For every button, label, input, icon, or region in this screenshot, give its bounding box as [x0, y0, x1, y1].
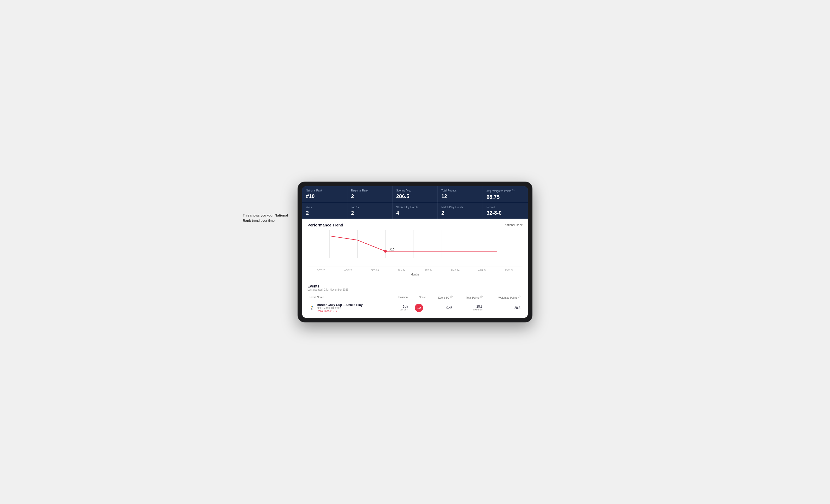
stat-wins-label: Wins: [306, 206, 344, 209]
stat-avg-weighted-points: Avg. Weighted Points ⓘ 68.75: [483, 186, 528, 202]
stat-stroke-play-value: 4: [396, 210, 434, 216]
events-title: Events: [308, 284, 522, 288]
stat-top3s: Top 3s 2: [347, 203, 392, 219]
chart-x-label-apr24: APR 24: [469, 269, 496, 272]
event-score-cell: -22: [410, 301, 428, 314]
chart-x-label-oct23: OCT 23: [308, 269, 334, 272]
events-table-header: Event Name Position Score Event SG ⓘ Tot…: [308, 294, 522, 301]
event-position-sub: out of 7: [392, 308, 408, 311]
event-total-points-value: 28.3: [457, 305, 483, 308]
rank-impact-chevron: ▼: [335, 310, 338, 312]
event-sg-cell: 0.45: [428, 301, 455, 314]
event-rank-impact: Rank Impact: 3 ▼: [317, 310, 362, 312]
stat-total-rounds-label: Total Rounds: [441, 189, 479, 192]
event-date: Oct 9 – Oct 10, 2023: [317, 307, 362, 310]
stat-avg-weighted-points-label: Avg. Weighted Points ⓘ: [486, 189, 524, 193]
score-badge: -22: [415, 304, 423, 312]
stats-row-1: National Rank #10 Regional Rank 2 Scorin…: [302, 186, 528, 202]
chart-x-label-mar24: MAR 24: [442, 269, 469, 272]
stat-match-play: Match Play Events 2: [438, 203, 483, 219]
performance-trend-header: Performance Trend National Rank: [308, 223, 522, 227]
stat-record: Record 32-8-0: [483, 203, 528, 219]
event-sg-info-icon: ⓘ: [450, 296, 453, 298]
col-event-sg: Event SG ⓘ: [428, 294, 455, 301]
chart-svg: #10: [308, 230, 522, 267]
stat-match-play-label: Match Play Events: [441, 206, 479, 209]
stat-record-value: 32-8-0: [486, 210, 524, 216]
table-row: 🏌 Buster Cozy Cup – Stroke Play Oct 9 – …: [308, 301, 522, 314]
tablet-frame: National Rank #10 Regional Rank 2 Scorin…: [297, 181, 533, 323]
event-name-cell: 🏌 Buster Cozy Cup – Stroke Play Oct 9 – …: [308, 301, 390, 314]
info-icon: ⓘ: [512, 189, 514, 192]
event-total-points-cell: 28.3 3 Rounds: [455, 301, 485, 314]
events-section: Events Last updated: 24th November 2023 …: [302, 281, 528, 318]
col-event-name: Event Name: [308, 294, 390, 301]
screen-content: National Rank #10 Regional Rank 2 Scorin…: [302, 186, 528, 318]
event-position-cell: 6th out of 7: [390, 301, 410, 314]
stat-top3s-label: Top 3s: [351, 206, 389, 209]
stat-regional-rank: Regional Rank 2: [347, 186, 392, 202]
stat-avg-weighted-points-value: 68.75: [486, 194, 524, 200]
chart-x-labels: OCT 23 NOV 23 DEC 23 JAN 24 FEB 24 MAR 2…: [308, 268, 522, 273]
chart-x-label-may24: MAY 24: [496, 269, 522, 272]
chart-x-label-jan24: JAN 24: [388, 269, 415, 272]
weighted-points-info-icon: ⓘ: [518, 296, 520, 298]
total-points-info-icon: ⓘ: [480, 296, 483, 298]
col-weighted-points: Weighted Points ⓘ: [485, 294, 522, 301]
stat-record-label: Record: [486, 206, 524, 209]
stat-regional-rank-value: 2: [351, 193, 389, 199]
chart-x-axis-title: Months: [308, 273, 522, 276]
stat-national-rank: National Rank #10: [302, 186, 347, 202]
tablet-screen: National Rank #10 Regional Rank 2 Scorin…: [302, 186, 528, 318]
chart-x-label-feb24: FEB 24: [415, 269, 442, 272]
stat-top3s-value: 2: [351, 210, 389, 216]
events-table: Event Name Position Score Event SG ⓘ Tot…: [308, 294, 522, 314]
chart-x-label-dec23: DEC 23: [361, 269, 388, 272]
stat-total-rounds-value: 12: [441, 193, 479, 199]
event-weighted-points-cell: 28.3: [485, 301, 522, 314]
chart-x-label-nov23: NOV 23: [334, 269, 361, 272]
annotation-text: This shows you your National Rank trend …: [243, 213, 295, 223]
stat-stroke-play-label: Stroke Play Events: [396, 206, 434, 209]
chart-rank-label: #10: [389, 247, 395, 251]
event-weighted-points-value: 28.3: [487, 306, 520, 310]
stat-regional-rank-label: Regional Rank: [351, 189, 389, 192]
stat-scoring-avg-label: Scoring Avg.: [396, 189, 434, 192]
event-details: Buster Cozy Cup – Stroke Play Oct 9 – Oc…: [317, 303, 362, 312]
events-last-updated: Last updated: 24th November 2023: [308, 288, 522, 291]
performance-trend-section: Performance Trend National Rank: [302, 219, 528, 281]
performance-trend-subtitle: National Rank: [505, 223, 522, 227]
event-name: Buster Cozy Cup – Stroke Play: [317, 303, 362, 307]
stat-national-rank-value: #10: [306, 193, 344, 199]
col-position: Position: [390, 294, 410, 301]
stat-total-rounds: Total Rounds 12: [438, 186, 483, 202]
performance-chart: #10: [308, 230, 522, 267]
event-icon: 🏌: [310, 306, 315, 310]
stat-match-play-value: 2: [441, 210, 479, 216]
events-table-body: 🏌 Buster Cozy Cup – Stroke Play Oct 9 – …: [308, 301, 522, 314]
col-total-points: Total Points ⓘ: [455, 294, 485, 301]
stat-scoring-avg-value: 286.5: [396, 193, 434, 199]
stat-national-rank-label: National Rank: [306, 189, 344, 192]
stats-row-2: Wins 2 Top 3s 2 Stroke Play Events 4 Mat…: [302, 203, 528, 219]
stat-stroke-play: Stroke Play Events 4: [392, 203, 438, 219]
event-sg-value: 0.45: [430, 306, 453, 310]
col-score: Score: [410, 294, 428, 301]
chart-point: [384, 250, 387, 253]
event-total-points-sub: 3 Rounds: [457, 308, 483, 311]
event-position-value: 6th: [392, 304, 408, 308]
stat-scoring-avg: Scoring Avg. 286.5: [392, 186, 438, 202]
performance-trend-title: Performance Trend: [308, 223, 343, 227]
stat-wins-value: 2: [306, 210, 344, 216]
events-table-header-row: Event Name Position Score Event SG ⓘ Tot…: [308, 294, 522, 301]
stat-wins: Wins 2: [302, 203, 347, 219]
